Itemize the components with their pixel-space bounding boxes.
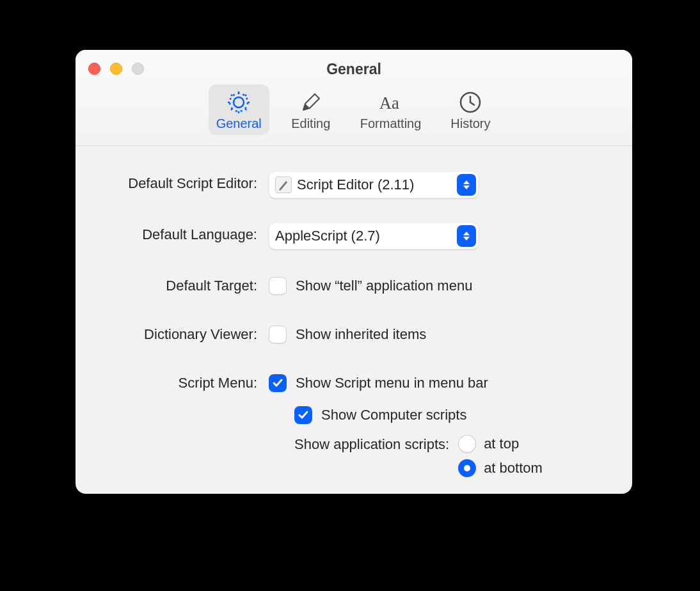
- tab-editing[interactable]: Editing: [282, 84, 340, 135]
- close-window-button[interactable]: [88, 63, 100, 75]
- default-language-popup[interactable]: AppleScript (2.7): [269, 223, 479, 249]
- show-computer-scripts-checkbox[interactable]: [294, 406, 312, 424]
- zoom-window-button[interactable]: [132, 63, 144, 75]
- minimize-window-button[interactable]: [110, 63, 122, 75]
- pencil-icon: [298, 90, 324, 115]
- checkbox-label: Show Script menu in menu bar: [296, 375, 488, 391]
- tab-formatting[interactable]: Aa Formatting: [353, 84, 429, 135]
- popup-value: Script Editor (2.11): [297, 177, 414, 193]
- dictionary-viewer-label: Dictionary Viewer:: [101, 322, 269, 343]
- default-script-editor-label: Default Script Editor:: [101, 171, 269, 192]
- preferences-content: Default Script Editor: Script Editor (2.…: [76, 146, 632, 490]
- updown-arrows-icon: [457, 174, 476, 196]
- default-language-label: Default Language:: [101, 223, 269, 243]
- tab-label: Formatting: [360, 116, 422, 131]
- script-menu-label: Script Menu:: [101, 371, 269, 391]
- checkbox-label: Show inherited items: [296, 326, 426, 343]
- updown-arrows-icon: [457, 225, 476, 247]
- radio-label: at top: [484, 436, 519, 452]
- tab-general[interactable]: General: [209, 84, 269, 135]
- script-editor-app-icon: [275, 177, 292, 193]
- preferences-window: General General: [76, 50, 632, 494]
- gear-icon: [226, 90, 251, 115]
- tab-label: History: [450, 116, 490, 131]
- default-target-label: Default Target:: [101, 274, 269, 294]
- at-top-radio[interactable]: [458, 435, 476, 453]
- tab-label: Editing: [291, 116, 330, 131]
- radio-label: at bottom: [484, 460, 543, 477]
- tab-history[interactable]: History: [441, 84, 499, 135]
- titlebar: General General: [76, 50, 632, 146]
- svg-text:Aa: Aa: [379, 93, 399, 113]
- text-format-icon: Aa: [378, 90, 404, 115]
- show-script-menu-checkbox[interactable]: [269, 374, 287, 392]
- popup-value: AppleScript (2.7): [275, 228, 380, 244]
- show-tell-menu-checkbox[interactable]: [269, 277, 287, 295]
- checkbox-label: Show “tell” application menu: [296, 278, 472, 294]
- svg-point-0: [234, 97, 244, 107]
- tab-label: General: [216, 116, 262, 131]
- window-controls: [88, 63, 144, 75]
- clock-icon: [457, 90, 483, 115]
- show-application-scripts-label: Show application scripts:: [294, 435, 449, 453]
- preferences-toolbar: General Editing Aa Formatting: [76, 84, 632, 135]
- at-bottom-radio[interactable]: [458, 459, 476, 477]
- checkbox-label: Show Computer scripts: [321, 407, 466, 423]
- show-inherited-items-checkbox[interactable]: [269, 326, 287, 343]
- default-script-editor-popup[interactable]: Script Editor (2.11): [269, 171, 479, 198]
- window-title: General: [76, 50, 632, 78]
